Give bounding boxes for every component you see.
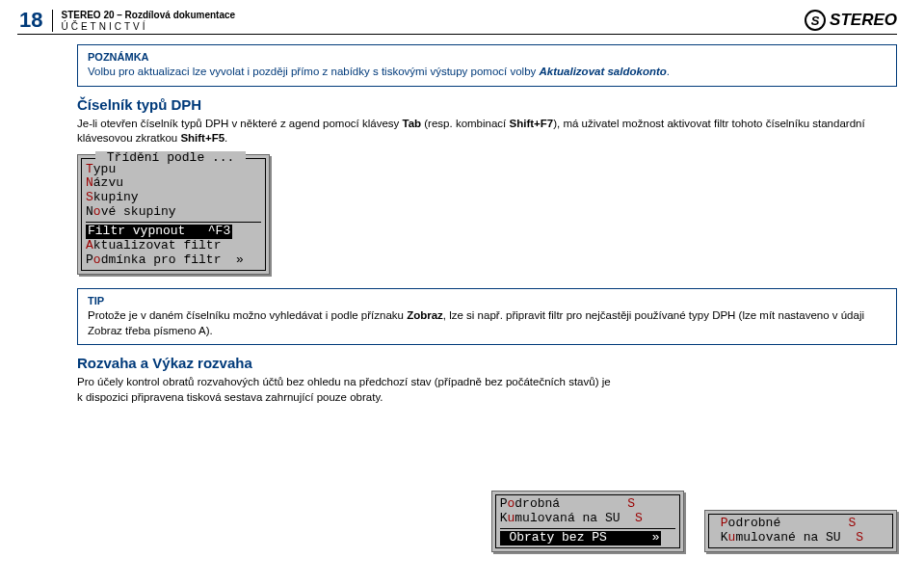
s1-key3: Shift+F5 — [180, 132, 224, 144]
dos2-b3r2d: S — [856, 530, 863, 545]
note-box: POZNÁMKA Volbu pro aktualizaci lze vyvol… — [77, 44, 897, 87]
section1-para: Je-li otevřen číselník typů DPH v někter… — [77, 117, 897, 146]
dos1-legend: Třídění podle ... — [95, 151, 246, 166]
dos1-r7b: o — [93, 253, 101, 267]
s1-pre: Je-li otevřen číselník typů DPH v někter… — [77, 118, 403, 129]
dos1-r2a: N — [86, 175, 93, 190]
doc-title: STEREO 20 – Rozdílová dokumentace — [61, 10, 235, 21]
section2-para: Pro účely kontrol obratů rozvahových účt… — [77, 375, 617, 405]
s1-key2: Shift+F7 — [510, 118, 554, 129]
dos1-r3b: kupiny — [93, 190, 139, 204]
doc-subtitle: ÚČETNICTVÍ — [61, 21, 235, 33]
note-title: POZNÁMKA — [88, 51, 886, 63]
note-text: Volbu pro aktualizaci lze vyvolat i pozd… — [88, 65, 886, 80]
dos2-b3r1b: odrobné — [728, 516, 849, 530]
section1-heading: Číselník typů DPH — [77, 96, 897, 113]
s1-mid1: (resp. kombinací — [421, 118, 509, 129]
logo-icon: S — [805, 10, 826, 31]
tip-b: Zobraz — [407, 309, 443, 321]
dos1-r6b: ktualizovat filtr — [93, 238, 222, 253]
dos2-b2: Obraty bez PS » — [500, 531, 662, 545]
header-title-block: STEREO 20 – Rozdílová dokumentace ÚČETNI… — [52, 10, 235, 32]
dos2-b3r2a: K — [713, 530, 728, 545]
dos2-b3r1c: S — [848, 516, 856, 530]
tip-box: TIP Protože je v daném číselníku možno v… — [77, 288, 897, 345]
dos1-r1a: T — [86, 162, 93, 176]
dos-menu-2: Podrobná S Kumulovaná na SU S Obraty bez… — [491, 491, 897, 556]
tip-pre: Protože je v daném číselníku možno vyhle… — [88, 309, 407, 321]
note-text-post: . — [667, 66, 670, 77]
note-text-em: Aktualizovat saldokonto — [540, 66, 667, 77]
dos2-b3r1a: P — [713, 516, 728, 530]
logo-text: STEREO — [830, 11, 897, 30]
dos1-r7c: dmínka pro filtr » — [101, 253, 244, 267]
dos1-r2b: ázvu — [93, 175, 123, 190]
s1-post: . — [224, 132, 227, 144]
dos2-b3r2c: mulované na SU — [735, 530, 856, 545]
tip-title: TIP — [88, 295, 886, 306]
note-text-pre: Volbu pro aktualizaci lze vyvolat i pozd… — [88, 66, 540, 77]
dos2-b1r2c: mulovaná na SU — [515, 511, 635, 525]
section2-heading: Rozvaha a Výkaz rozvaha — [77, 355, 897, 371]
page-header: 18 STEREO 20 – Rozdílová dokumentace ÚČE… — [17, 10, 897, 35]
dos1-r4b: o — [93, 204, 101, 219]
dos1-r4c: vé skupiny — [101, 204, 176, 219]
tip-text: Protože je v daném číselníku možno vyhle… — [88, 308, 886, 338]
s1-key1: Tab — [403, 118, 422, 129]
dos2-b1r2d: S — [635, 511, 643, 525]
brand-logo: S STEREO — [805, 10, 897, 31]
page-number: 18 — [17, 10, 42, 31]
dos1-r6a: A — [86, 238, 93, 253]
dos1-r3a: S — [86, 190, 93, 204]
dos1-r7a: P — [86, 253, 93, 267]
dos2-b1r1d: S — [627, 496, 635, 511]
dos-menu-1: Třídění podle ... Typu Názvu Skupiny Nov… — [77, 154, 270, 276]
dos1-r5: Filtr vypnout ^F3 — [86, 225, 232, 239]
dos1-r4a: N — [86, 204, 93, 219]
dos2-b1r1c: drobná — [515, 496, 627, 511]
